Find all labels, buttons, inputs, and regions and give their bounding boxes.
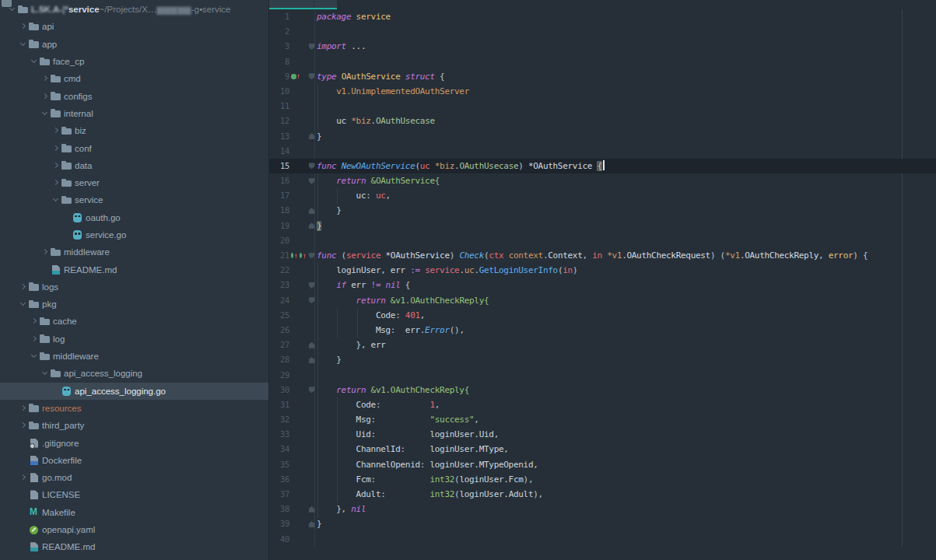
line-number[interactable]: 3 bbox=[269, 39, 289, 54]
code-text[interactable]: Fcm: int32(loginUser.Fcm), bbox=[317, 472, 936, 487]
tree-item-go-mod[interactable]: go.mod bbox=[0, 469, 268, 486]
code-line-16[interactable]: 16 return &OAuthService{ bbox=[269, 173, 936, 188]
line-number[interactable]: 24 bbox=[269, 293, 289, 308]
chevron-right-icon[interactable] bbox=[51, 161, 61, 170]
tree-item-api-access-logging-go[interactable]: api_access_logging.go bbox=[0, 383, 268, 400]
code-line-13[interactable]: 13} bbox=[269, 129, 936, 144]
code-text[interactable]: loginUser, err := service.uc.GetLoginUse… bbox=[317, 263, 936, 278]
line-number[interactable]: 17 bbox=[269, 188, 289, 203]
line-number[interactable]: 32 bbox=[269, 412, 289, 427]
tree-item-service[interactable]: service bbox=[0, 191, 268, 208]
tree-item-license[interactable]: LICENSE bbox=[0, 486, 268, 503]
code-line-19[interactable]: 19} bbox=[269, 219, 936, 233]
chevron-down-icon[interactable] bbox=[30, 57, 39, 66]
tree-item-api-access-logging[interactable]: api_access_logging bbox=[0, 365, 268, 382]
code-line-14[interactable]: 14 bbox=[269, 144, 936, 159]
chevron-right-icon[interactable] bbox=[19, 282, 28, 292]
code-text[interactable] bbox=[317, 368, 936, 383]
chevron-down-icon[interactable] bbox=[19, 299, 28, 309]
line-number[interactable]: 29 bbox=[269, 368, 289, 383]
implements-gutter-icon[interactable] bbox=[291, 74, 296, 79]
code-line-8[interactable]: 8 bbox=[269, 54, 936, 69]
code-line-37[interactable]: 37 Adult: int32(loginUser.Adult), bbox=[269, 487, 936, 502]
code-line-31[interactable]: 31 Code: 1, bbox=[269, 397, 936, 412]
code-line-36[interactable]: 36 Fcm: int32(loginUser.Fcm), bbox=[269, 472, 936, 487]
tree-item-api[interactable]: api bbox=[0, 18, 268, 35]
code-line-15[interactable]: 15func NewOAuthService(uc *biz.OAuthUsec… bbox=[269, 159, 936, 173]
code-line-26[interactable]: 26 Msg: err.Error(), bbox=[269, 323, 936, 338]
line-number[interactable]: 18 bbox=[269, 203, 289, 218]
line-number[interactable]: 34 bbox=[269, 442, 289, 457]
code-text[interactable] bbox=[317, 99, 936, 114]
code-line-3[interactable]: 3import ... bbox=[269, 39, 936, 54]
chevron-right-icon[interactable] bbox=[51, 178, 61, 187]
chevron-right-icon[interactable] bbox=[19, 404, 28, 413]
code-text[interactable]: Adult: int32(loginUser.Adult), bbox=[317, 487, 936, 502]
chevron-right-icon[interactable] bbox=[19, 22, 28, 31]
line-number[interactable]: 36 bbox=[269, 472, 289, 487]
code-line-39[interactable]: 39} bbox=[269, 516, 936, 531]
code-text[interactable]: v1.UnimplementedOAuthServer bbox=[317, 84, 936, 99]
override-arrow-icon[interactable]: ↑ bbox=[303, 252, 307, 259]
fold-end-marker[interactable] bbox=[309, 506, 315, 513]
fold-end-marker[interactable] bbox=[309, 342, 315, 348]
chevron-down-icon[interactable] bbox=[19, 40, 28, 49]
chevron-down-icon[interactable] bbox=[30, 352, 39, 361]
line-number[interactable]: 23 bbox=[269, 278, 289, 292]
code-text[interactable]: ChannelId: loginUser.MType, bbox=[317, 442, 936, 457]
line-number[interactable]: 35 bbox=[269, 457, 289, 472]
line-number[interactable]: 13 bbox=[269, 129, 289, 144]
code-text[interactable]: import ... bbox=[317, 39, 936, 54]
fold-end-marker[interactable] bbox=[309, 208, 315, 214]
tree-item-dockerfile[interactable]: Dockerfile bbox=[0, 452, 268, 469]
code-text[interactable]: package service bbox=[317, 9, 936, 24]
line-number[interactable]: 30 bbox=[269, 383, 289, 397]
tree-item-server[interactable]: server bbox=[0, 174, 268, 191]
code-line-27[interactable]: 27 }, err bbox=[269, 338, 936, 352]
code-line-11[interactable]: 11 bbox=[269, 99, 936, 114]
code-text[interactable]: type OAuthService struct { bbox=[317, 69, 936, 84]
line-number[interactable]: 19 bbox=[269, 219, 289, 233]
code-line-17[interactable]: 17 uc: uc, bbox=[269, 188, 936, 203]
line-number[interactable]: 31 bbox=[269, 397, 289, 412]
code-text[interactable]: } bbox=[317, 219, 936, 233]
fold-start-marker[interactable] bbox=[309, 44, 315, 50]
line-number[interactable]: 16 bbox=[269, 173, 289, 188]
tree-item-biz[interactable]: biz bbox=[0, 122, 268, 139]
fold-start-marker[interactable] bbox=[309, 297, 315, 303]
code-line-30[interactable]: 30 return &v1.OAuthCheckReply{ bbox=[269, 383, 936, 397]
tree-item-project-root[interactable]: L.5K.A-¦* service ~/Projects/X… ▆▆▆ ▆▆-g… bbox=[0, 1, 268, 18]
code-text[interactable]: if err != nil { bbox=[317, 278, 936, 292]
line-number[interactable]: 15 bbox=[269, 159, 289, 173]
line-number[interactable]: 1 bbox=[269, 9, 289, 24]
chevron-right-icon[interactable] bbox=[30, 334, 39, 344]
line-number[interactable]: 39 bbox=[269, 516, 289, 531]
code-text[interactable]: } bbox=[317, 129, 936, 144]
code-text[interactable] bbox=[317, 144, 936, 159]
fold-start-marker[interactable] bbox=[309, 282, 315, 289]
chevron-right-icon[interactable] bbox=[51, 144, 61, 153]
chevron-right-icon[interactable] bbox=[30, 317, 39, 326]
code-line-22[interactable]: 22 loginUser, err := service.uc.GetLogin… bbox=[269, 263, 936, 278]
code-text[interactable]: Msg: "success", bbox=[317, 412, 936, 427]
override-arrow-icon[interactable]: ↑ bbox=[294, 252, 298, 259]
editor-tab-active[interactable] bbox=[269, 0, 337, 9]
tree-item-third-party[interactable]: third_party bbox=[0, 417, 268, 434]
tree-item-data[interactable]: data bbox=[0, 157, 268, 174]
code-line-21[interactable]: 21↑↑func (service *OAuthService) Check(c… bbox=[269, 248, 936, 263]
code-line-32[interactable]: 32 Msg: "success", bbox=[269, 412, 936, 427]
chevron-right-icon[interactable] bbox=[19, 473, 28, 482]
code-line-35[interactable]: 35 ChannelOpenid: loginUser.MTypeOpenid, bbox=[269, 457, 936, 472]
line-number[interactable]: 12 bbox=[269, 114, 289, 128]
code-line-9[interactable]: 9↑type OAuthService struct { bbox=[269, 69, 936, 84]
code-line-20[interactable]: 20 bbox=[269, 233, 936, 248]
chevron-right-icon[interactable] bbox=[19, 421, 28, 430]
tree-item-cmd[interactable]: cmd bbox=[0, 70, 268, 87]
code-text[interactable]: ChannelOpenid: loginUser.MTypeOpenid, bbox=[317, 457, 936, 472]
line-number[interactable]: 27 bbox=[269, 338, 289, 352]
fold-start-marker[interactable] bbox=[309, 73, 315, 79]
tree-item-face-cp[interactable]: face_cp bbox=[0, 53, 268, 70]
code-text[interactable]: }, nil bbox=[317, 502, 936, 516]
code-line-23[interactable]: 23 if err != nil { bbox=[269, 278, 936, 292]
code-line-10[interactable]: 10 v1.UnimplementedOAuthServer bbox=[269, 84, 936, 99]
